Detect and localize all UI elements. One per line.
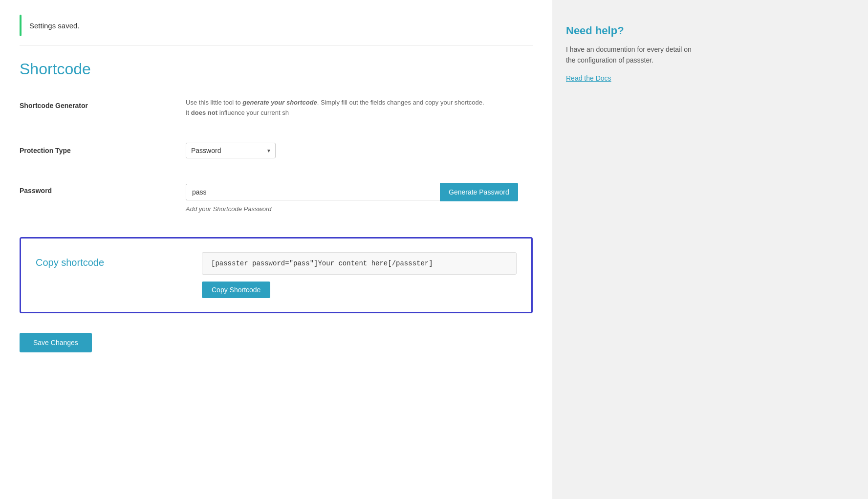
desc-bold1: generate your shortcode: [242, 99, 317, 106]
help-section: Need help? I have an documention for eve…: [566, 24, 695, 83]
password-hint: Add your Shortcode Password: [186, 205, 533, 213]
shortcode-generator-label: Shortcode Generator: [20, 98, 186, 109]
generate-password-button[interactable]: Generate Password: [440, 183, 518, 201]
copy-shortcode-button[interactable]: Copy Shortcode: [202, 282, 270, 298]
sidebar: Need help? I have an documention for eve…: [552, 0, 709, 499]
password-row: Password Generate Password Add your Shor…: [20, 183, 533, 222]
desc-part1: Use this little tool to: [186, 99, 242, 106]
shortcode-box-content: [passster password="pass"]Your content h…: [202, 252, 517, 298]
password-field: Generate Password Add your Shortcode Pas…: [186, 183, 533, 213]
page-title: Shortcode: [20, 60, 533, 78]
settings-saved-notification: Settings saved.: [20, 15, 533, 45]
protection-type-label: Protection Type: [20, 143, 186, 154]
settings-saved-text: Settings saved.: [29, 22, 80, 30]
desc-bold2: does not: [191, 109, 217, 116]
shortcode-box-label: Copy shortcode: [36, 252, 202, 268]
saved-indicator-bar: [20, 15, 22, 36]
protection-type-field: Password Username & Password Role: [186, 143, 533, 158]
read-docs-link[interactable]: Read the Docs: [566, 74, 611, 82]
save-changes-button[interactable]: Save Changes: [20, 333, 92, 352]
protection-type-select[interactable]: Password Username & Password Role: [186, 143, 276, 158]
desc-part3: influence your current sh: [217, 109, 289, 116]
help-text: I have an documention for every detail o…: [566, 44, 695, 66]
shortcode-display: [passster password="pass"]Your content h…: [202, 252, 517, 275]
password-input[interactable]: [186, 184, 440, 200]
shortcode-generator-description: Use this little tool to generate your sh…: [186, 98, 533, 118]
shortcode-generator-text: Use this little tool to generate your sh…: [186, 98, 489, 118]
password-input-group: Generate Password: [186, 183, 533, 201]
shortcode-copy-box: Copy shortcode [passster password="pass"…: [20, 237, 533, 313]
shortcode-generator-row: Shortcode Generator Use this little tool…: [20, 98, 533, 128]
protection-type-row: Protection Type Password Username & Pass…: [20, 143, 533, 168]
help-title: Need help?: [566, 24, 695, 37]
password-label: Password: [20, 183, 186, 195]
protection-type-select-wrapper[interactable]: Password Username & Password Role: [186, 143, 276, 158]
